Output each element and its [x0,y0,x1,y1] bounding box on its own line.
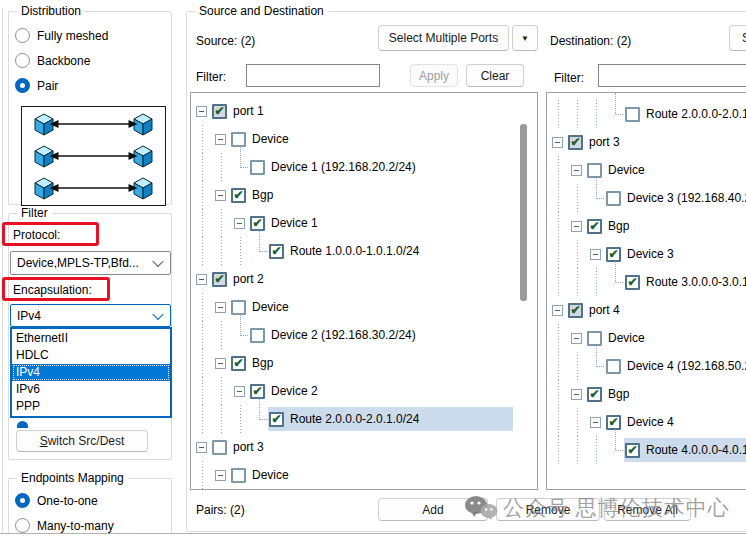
clear-button[interactable]: Clear [466,64,524,87]
apply-button[interactable]: Apply [410,64,458,87]
tree-checkbox[interactable] [212,440,227,455]
tree-row-device-1-192-168-20-2-24[interactable]: Device 1 (192.168.20.2/24) [191,153,537,181]
tree-checkbox[interactable] [625,275,640,290]
tree-row-device-3-192-168-40-2-24[interactable]: Device 3 (192.168.40.2/24) [547,184,746,212]
remove-all-button[interactable]: Remove All [604,498,691,521]
tree-checkbox[interactable] [269,412,284,427]
tree-label: Device [608,163,645,177]
tree-label: Device 3 (192.168.40.2/24) [627,191,746,205]
tree-checkbox[interactable] [606,247,621,262]
switch-src-dest-button[interactable]: Switch Src/Dest [16,430,148,452]
radio-option-backbone[interactable]: Backbone [15,53,171,68]
tree-checkbox[interactable] [250,328,265,343]
tree-row-port-4[interactable]: port 4 [547,296,746,324]
tree-row-device-2[interactable]: Device 2 [191,377,537,405]
source-filter-input[interactable] [246,64,380,87]
tree-row-port-2[interactable]: port 2 [191,265,537,293]
tree-checkbox[interactable] [250,216,265,231]
tree-row-device-4-192-168-50-2-24[interactable]: Device 4 (192.168.50.2/24) [547,352,746,380]
tree-guide-line [195,209,214,237]
tree-checkbox[interactable] [568,135,583,150]
tree-guide-line [214,237,233,265]
pairs-count-label: Pairs: (2) [196,503,245,517]
tree-checkbox[interactable] [587,387,602,402]
tree-row-device-1[interactable]: Device 1 [191,209,537,237]
tree-row-route-2-0-0-0-2-0-1-0-24[interactable]: Route 2.0.0.0-2.0.1.0/24 [191,405,537,433]
dropdown-option-ethernetii[interactable]: EthernetII [12,330,170,347]
dropdown-option-ipv6[interactable]: IPv6 [12,381,170,398]
tree-checkbox[interactable] [231,300,246,315]
dropdown-option-ipv4[interactable]: IPv4 [12,364,170,381]
radio-option-many-to-many[interactable]: Many-to-many [15,518,171,533]
tree-row-device-3[interactable]: Device 3 [547,240,746,268]
tree-checkbox[interactable] [269,244,284,259]
tree-row-content: Route 1.0.0.0-1.0.1.0/24 [268,239,513,263]
add-button[interactable]: Add [378,498,488,521]
radio-option-one-to-one[interactable]: One-to-one [15,493,171,508]
tree-checkbox[interactable] [625,107,640,122]
source-tree-scrollbar[interactable] [520,124,527,301]
source-tree-panel[interactable]: port 1DeviceDevice 1 (192.168.20.2/24)Bg… [190,92,538,490]
tree-checkbox[interactable] [587,163,602,178]
tree-guide-line [195,405,214,433]
tree-checkbox[interactable] [212,272,227,287]
protocol-combobox[interactable]: Device,MPLS-TP,Bfd... [10,251,171,275]
tree-checkbox[interactable] [250,160,265,175]
tree-checkbox[interactable] [587,219,602,234]
tree-row-bgp[interactable]: Bgp [547,380,746,408]
tree-row-device[interactable]: Device [547,156,746,184]
tree-row-content: Device 3 [605,242,746,266]
tree-guide-line [233,405,252,433]
tree-checkbox[interactable] [231,132,246,147]
tree-checkbox[interactable] [625,443,640,458]
tree-row-port-3[interactable]: port 3 [547,128,746,156]
tree-checkbox[interactable] [250,384,265,399]
tree-checkbox[interactable] [606,191,621,206]
select-ports-menu-button[interactable]: ▼ [512,25,538,51]
destination-tree-panel[interactable]: Route 2.0.0.0-2.0.1.0/24port 3DeviceDevi… [546,92,746,490]
destination-select-multiple-ports-button[interactable]: Select Multiple Ports [729,25,746,51]
tree-label: port 1 [233,104,264,118]
destination-filter-input[interactable] [598,64,746,87]
encapsulation-dropdown-list: EthernetIIHDLCIPv4IPv6PPP [10,327,172,418]
endpoints-mapping-group: Endpoints Mapping One-to-oneMany-to-many [8,478,172,541]
tree-row-route-2-0-0-0-2-0-1-0-24[interactable]: Route 2.0.0.0-2.0.1.0/24 [547,100,746,128]
tree-row-content: Device 2 [249,379,513,403]
tree-guide-line [570,436,589,464]
tree-row-content: Bgp [586,382,746,406]
tree-row-device[interactable]: Device [547,324,746,352]
tree-connector [233,153,249,181]
radio-option-pair[interactable]: Pair [15,78,171,93]
radio-label: One-to-one [37,494,98,508]
tree-row-route-1-0-0-0-1-0-1-0-24[interactable]: Route 1.0.0.0-1.0.1.0/24 [191,237,537,265]
tree-guide-line [195,377,214,405]
tree-checkbox[interactable] [606,359,621,374]
tree-row-bgp[interactable]: Bgp [191,349,537,377]
tree-row-port-3[interactable]: port 3 [191,433,537,461]
dropdown-option-hdlc[interactable]: HDLC [12,347,170,364]
tree-row-port-1[interactable]: port 1 [191,97,537,125]
tree-row-device-2-192-168-30-2-24[interactable]: Device 2 (192.168.30.2/24) [191,321,537,349]
tree-row-route-4-0-0-0-4-0-1-0-24[interactable]: Route 4.0.0.0-4.0.1.0/24 [547,436,746,464]
dropdown-option-ppp[interactable]: PPP [12,398,170,415]
remove-button[interactable]: Remove [496,498,600,521]
tree-row-device[interactable]: Device [191,461,537,489]
tree-checkbox[interactable] [212,104,227,119]
tree-row-bgp[interactable]: Bgp [547,212,746,240]
select-multiple-ports-button[interactable]: Select Multiple Ports [378,25,509,51]
tree-row-route-3-0-0-0-3-0-1-0-24[interactable]: Route 3.0.0.0-3.0.1.0/24 [547,268,746,296]
source-and-destination-title: Source and Destination [195,4,328,18]
tree-checkbox[interactable] [231,356,246,371]
tree-label: Device [252,132,289,146]
tree-connector [233,321,249,349]
tree-row-device-4[interactable]: Device 4 [547,408,746,436]
tree-label: Route 2.0.0.0-2.0.1.0/24 [646,107,746,121]
tree-checkbox[interactable] [568,303,583,318]
tree-checkbox[interactable] [606,415,621,430]
tree-checkbox[interactable] [231,468,246,483]
encapsulation-combobox[interactable]: IPv4 [10,304,171,327]
tree-checkbox[interactable] [231,188,246,203]
radio-option-fully-meshed[interactable]: Fully meshed [15,28,171,43]
tree-row-bgp[interactable]: Bgp [191,181,537,209]
tree-checkbox[interactable] [587,331,602,346]
